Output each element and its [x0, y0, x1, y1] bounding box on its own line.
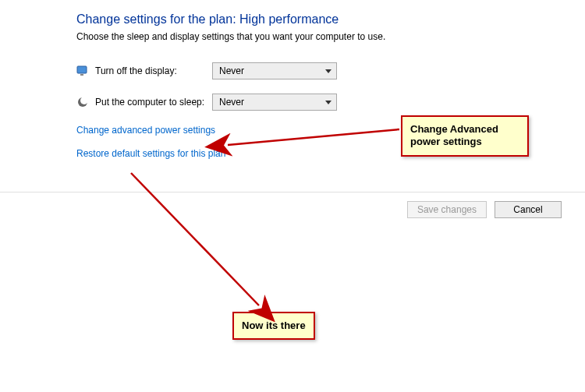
sleep-select[interactable]: Never	[212, 94, 337, 111]
chevron-down-icon	[325, 69, 332, 73]
chevron-down-icon	[325, 101, 332, 104]
display-off-select[interactable]: Never	[212, 62, 337, 79]
button-row: Save changes Cancel	[407, 201, 562, 218]
monitor-icon	[76, 65, 89, 77]
display-off-label: Turn off the display:	[95, 65, 212, 76]
annotation-callout-advanced-l2: power settings	[410, 136, 482, 147]
svg-rect-1	[80, 74, 83, 76]
svg-point-3	[80, 97, 88, 104]
advanced-settings-link[interactable]: Change advanced power settings	[76, 125, 215, 136]
restore-defaults-link[interactable]: Restore default settings for this plan	[76, 148, 225, 159]
annotation-callout-advanced: Change Advanced power settings	[401, 115, 529, 157]
divider	[0, 192, 585, 192]
cancel-button[interactable]: Cancel	[495, 201, 562, 218]
annotation-arrow-2	[131, 173, 259, 305]
power-plan-settings-page: Change settings for the plan: High perfo…	[0, 0, 585, 392]
page-subtitle: Choose the sleep and display settings th…	[76, 31, 585, 42]
display-off-row: Turn off the display: Never	[76, 61, 585, 81]
annotation-callout-advanced-l1: Change Advanced	[410, 123, 498, 135]
display-off-value: Never	[219, 65, 244, 76]
save-button: Save changes	[407, 201, 487, 218]
sleep-label: Put the computer to sleep:	[95, 97, 212, 108]
page-title: Change settings for the plan: High perfo…	[76, 12, 585, 26]
sleep-row: Put the computer to sleep: Never	[76, 92, 585, 112]
annotation-callout-now: Now its there	[232, 312, 315, 340]
sleep-value: Never	[219, 97, 244, 108]
moon-icon	[76, 96, 89, 108]
svg-rect-0	[77, 66, 87, 73]
